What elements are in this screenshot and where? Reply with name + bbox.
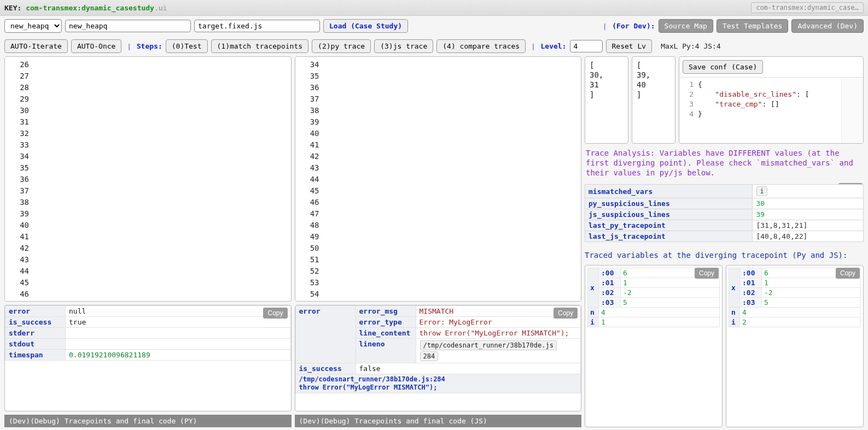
traced-vars-header: Traced variables at the diverging tracep… (585, 251, 864, 260)
level-input[interactable] (570, 40, 603, 52)
copy-button[interactable]: Copy (263, 308, 287, 319)
steps-label: Steps: (137, 42, 162, 50)
trace-analysis-text: Trace Analysis: Variables have DIFFERENT… (585, 147, 864, 179)
conf-panel: Save conf (Case) 1234 { "disable_src_lin… (679, 56, 864, 144)
py-footer: (Dev)(Debug) Tracepoints and final code … (4, 415, 292, 427)
copy-button[interactable]: Copy (836, 268, 860, 279)
auto-iterate-button[interactable]: AUTO-Iterate (4, 39, 68, 53)
js-footer: (Dev)(Debug) Tracepoints and final code … (295, 415, 582, 427)
target-input[interactable] (194, 20, 320, 32)
step-1-button[interactable]: (1)match tracepoints (211, 39, 309, 53)
source-map-button[interactable]: Source Map (659, 19, 713, 33)
reset-level-button[interactable]: Reset Lv (606, 39, 653, 53)
step-2-button[interactable]: (2)py trace (312, 39, 371, 53)
load-button[interactable]: Load (Case Study) (323, 19, 408, 33)
maxl-label: MaxL Py:4 JS:4 (661, 42, 721, 50)
title-bar: KEY: com-transmex:dynamic_casestudy.ui c… (0, 0, 868, 16)
toolbar-2: AUTO-Iterate AUTO-Once | Steps: (0)Test … (0, 36, 868, 56)
save-conf-button[interactable]: Save conf (Case) (683, 60, 763, 74)
case-select[interactable]: new_heapq (4, 19, 62, 33)
py-trace-box: Copy x:006:011:02-2:035n4i1 (585, 265, 723, 427)
window-tab[interactable]: com-transmex:dynamic_case… (751, 2, 864, 13)
test-templates-button[interactable]: Test Templates (716, 19, 789, 33)
js-lines-list: [ 39, 40] (632, 56, 675, 144)
step-4-button[interactable]: (4) compare traces (436, 39, 526, 53)
js-trace-box: Copy x:006:011:02-2:035n4i2 (726, 265, 864, 427)
fordev-label: (For Dev): (612, 22, 655, 30)
auto-once-button[interactable]: AUTO-Once (71, 39, 121, 53)
copy-button[interactable]: Copy (554, 308, 578, 319)
step-0-button[interactable]: (0)Test (166, 39, 208, 53)
js-result-panel: Copy errorerror_msgMISMATCHerror_typeErr… (295, 305, 582, 411)
toolbar-1: new_heapq Load (Case Study) | (For Dev):… (0, 16, 868, 36)
step-3-button[interactable]: (3)js trace (374, 39, 433, 53)
js-editor[interactable]: 3435363738394041424344454647484950515253… (295, 56, 582, 302)
level-label: Level: (541, 42, 567, 50)
copy-button[interactable]: Copy (695, 268, 719, 279)
py-editor[interactable]: 2627282930313233343536373839404142434445… (4, 56, 292, 302)
py-result-panel: Copy errornullis_successtruestderrstdout… (4, 305, 292, 411)
minimap (841, 78, 863, 143)
advanced-button[interactable]: Advanced (Dev) (791, 19, 864, 33)
key-label: KEY: com-transmex:dynamic_casestudy.ui (4, 4, 167, 12)
py-lines-list: [ 30, 31] (585, 56, 628, 144)
case-input[interactable] (65, 20, 191, 32)
